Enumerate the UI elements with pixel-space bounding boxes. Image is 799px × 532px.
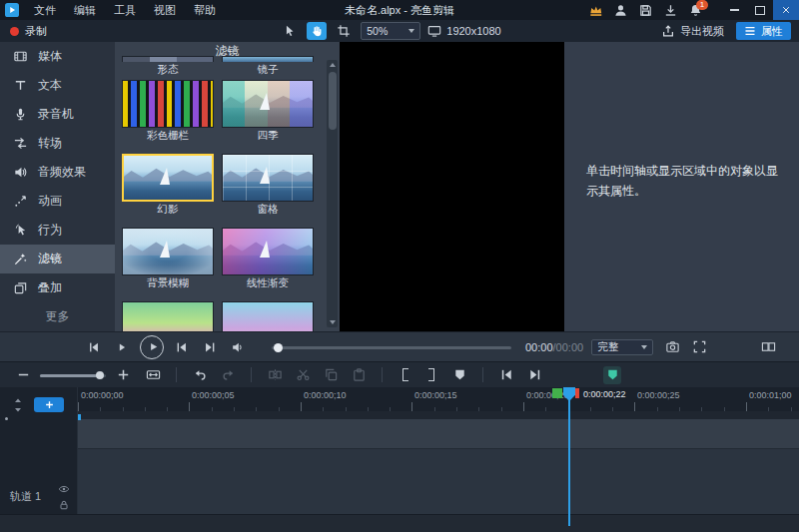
- save-icon[interactable]: [638, 3, 653, 18]
- menu-help[interactable]: 帮助: [185, 0, 225, 20]
- minimize-button[interactable]: [721, 0, 747, 20]
- crop-tool-button[interactable]: [334, 22, 354, 40]
- chevron-down-icon: [641, 345, 647, 349]
- playhead-line[interactable]: [568, 387, 570, 526]
- fit-timeline-button[interactable]: [144, 366, 162, 384]
- undo-button[interactable]: [191, 366, 209, 384]
- rewind-button[interactable]: [84, 337, 104, 357]
- record-button[interactable]: 录制: [0, 24, 120, 39]
- premium-crown-icon[interactable]: [588, 3, 603, 18]
- hand-tool-button[interactable]: [307, 22, 327, 40]
- filter-item[interactable]: 彩色栅栏: [122, 80, 214, 142]
- snapshot-button[interactable]: [665, 339, 680, 354]
- filter-item-selected[interactable]: 幻影: [122, 154, 214, 216]
- scroll-up-button[interactable]: [327, 60, 338, 70]
- filter-label: 四季: [222, 128, 314, 142]
- paste-button[interactable]: [350, 366, 368, 384]
- play-button[interactable]: [140, 335, 164, 359]
- sidebar-item-audio-effects[interactable]: 音频效果: [0, 158, 115, 187]
- overlay-icon: [13, 280, 28, 295]
- expand-tracks-icon[interactable]: [12, 398, 24, 412]
- menu-tools[interactable]: 工具: [105, 0, 145, 20]
- sidebar-item-transitions[interactable]: 转场: [0, 129, 115, 158]
- menu-view[interactable]: 视图: [145, 0, 185, 20]
- sidebar-item-label: 动画: [38, 193, 62, 210]
- scrollbar-thumb[interactable]: [329, 72, 337, 130]
- fit-icon: [146, 367, 161, 382]
- cursor-tool-button[interactable]: [280, 22, 300, 40]
- mark-in-button[interactable]: [397, 366, 414, 384]
- filter-thumbnail-partial: [122, 301, 214, 331]
- playhead-marker-icon: [605, 367, 620, 382]
- track-row-main[interactable]: [78, 449, 799, 514]
- resolution-display: 1920x1080: [427, 24, 500, 38]
- close-button[interactable]: [773, 0, 799, 20]
- microphone-icon: [13, 107, 28, 122]
- timeline-ruler[interactable]: 0:00:00;00 0:00:00;05 0:00:00;10 0:00:00…: [78, 387, 799, 411]
- split-clip-button[interactable]: [266, 366, 284, 384]
- lock-icon: [58, 499, 70, 511]
- jump-start-button[interactable]: [172, 337, 192, 357]
- filter-label: 窗格: [222, 202, 314, 216]
- sidebar-item-filters[interactable]: 滤镜: [0, 245, 115, 273]
- add-track-button[interactable]: [34, 397, 64, 412]
- filter-item[interactable]: [222, 301, 314, 331]
- maximize-button[interactable]: [747, 0, 773, 20]
- sidebar-item-overlay[interactable]: 叠加: [0, 273, 115, 302]
- window-controls: [721, 0, 799, 20]
- scroll-down-button[interactable]: [327, 317, 338, 327]
- seek-handle[interactable]: [274, 343, 283, 352]
- track-visibility-toggle[interactable]: [58, 483, 70, 495]
- zoom-select[interactable]: 50%: [361, 22, 420, 40]
- seek-slider[interactable]: [272, 340, 511, 354]
- sidebar-item-text[interactable]: 文本: [0, 71, 115, 100]
- filter-item[interactable]: 窗格: [222, 154, 314, 216]
- filter-tint-overlay: [123, 229, 213, 274]
- filter-item[interactable]: 背景模糊: [122, 228, 214, 289]
- properties-button[interactable]: 属性: [736, 22, 791, 40]
- filter-item[interactable]: 形态: [122, 56, 214, 76]
- menu-file[interactable]: 文件: [25, 0, 65, 20]
- zoom-slider-handle[interactable]: [96, 371, 104, 379]
- account-icon[interactable]: [613, 3, 628, 18]
- filter-item[interactable]: 四季: [222, 80, 314, 142]
- go-start-button[interactable]: [497, 366, 515, 384]
- mark-out-button[interactable]: [422, 366, 440, 384]
- go-end-button[interactable]: [525, 366, 543, 384]
- filter-item[interactable]: 镜子: [222, 56, 314, 76]
- sidebar-item-media[interactable]: 媒体: [0, 42, 115, 71]
- sidebar-item-more[interactable]: 更多: [0, 302, 115, 331]
- menu-edit[interactable]: 编辑: [65, 0, 105, 20]
- cut-button[interactable]: [294, 366, 312, 384]
- split-screen-button[interactable]: [761, 339, 776, 354]
- copy-button[interactable]: [322, 366, 340, 384]
- dual-monitor-icon: [761, 339, 776, 354]
- sidebar-item-behavior[interactable]: 行为: [0, 216, 115, 245]
- sidebar-item-animation[interactable]: 动画: [0, 187, 115, 216]
- timeline-zoom-slider[interactable]: [40, 368, 106, 382]
- volume-button[interactable]: [228, 337, 248, 357]
- sidebar-item-recorder[interactable]: 录音机: [0, 100, 115, 129]
- zoom-in-button[interactable]: [114, 366, 132, 384]
- filter-item[interactable]: [122, 301, 214, 331]
- copy-icon: [324, 367, 339, 382]
- media-icon: [13, 49, 28, 64]
- export-video-button[interactable]: 导出视频: [661, 24, 724, 39]
- add-marker-button[interactable]: [603, 366, 621, 384]
- download-icon[interactable]: [663, 3, 678, 18]
- fullscreen-button[interactable]: [692, 339, 707, 354]
- redo-button[interactable]: [219, 366, 237, 384]
- video-preview[interactable]: [340, 42, 564, 331]
- step-forward-button[interactable]: [112, 337, 132, 357]
- zoom-out-button[interactable]: [14, 366, 32, 384]
- panel-scrollbar[interactable]: [327, 60, 338, 327]
- notifications-bell-icon[interactable]: 1: [688, 3, 703, 18]
- jump-end-button[interactable]: [200, 337, 220, 357]
- marker-button[interactable]: [450, 366, 468, 384]
- quality-select[interactable]: 完整: [591, 339, 653, 355]
- track-lock-toggle[interactable]: [58, 499, 70, 511]
- track-row-top[interactable]: [78, 419, 799, 449]
- filter-tint-overlay: [223, 229, 313, 274]
- animation-icon: [13, 194, 28, 209]
- filter-item[interactable]: 线性渐变: [222, 228, 314, 289]
